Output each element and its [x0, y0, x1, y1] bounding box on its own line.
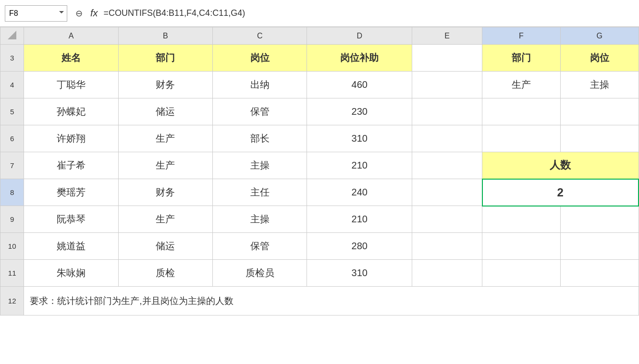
cell-c10[interactable]: 保管	[213, 233, 307, 260]
cell-a11[interactable]: 朱咏娴	[24, 260, 118, 287]
cell-d7[interactable]: 210	[307, 152, 412, 179]
svg-marker-0	[8, 31, 16, 39]
table-row: 11 朱咏娴 质检 质检员 310	[0, 260, 639, 287]
cell-e11[interactable]	[412, 260, 482, 287]
cell-a4[interactable]: 丁聪华	[24, 72, 118, 98]
row-num-9: 9	[0, 206, 24, 233]
spreadsheet: A B C D E F G 3 姓名 部门 岗位 岗位补助 部门 岗位	[0, 27, 639, 315]
cell-e7[interactable]	[412, 152, 482, 179]
row-num-12: 12	[0, 287, 24, 315]
table-row: 12 要求：统计统计部门为生产,并且岗位为主操的人数	[0, 287, 639, 315]
table-row: 5 孙蝶妃 储运 保管 230	[0, 98, 639, 125]
cell-d8[interactable]: 240	[307, 179, 412, 206]
cell-f10[interactable]	[482, 233, 561, 260]
row-num-6: 6	[0, 125, 24, 152]
table-row: 4 丁聪华 财务 出纳 460 生产 主操	[0, 72, 639, 98]
row-num-5: 5	[0, 98, 24, 125]
cell-requirement: 要求：统计统计部门为生产,并且岗位为主操的人数	[24, 287, 639, 315]
cell-c9[interactable]: 主操	[213, 206, 307, 233]
cell-e3[interactable]	[412, 45, 482, 72]
cell-g4[interactable]: 主操	[560, 72, 639, 98]
cell-e4[interactable]	[412, 72, 482, 98]
col-header-g[interactable]: G	[560, 27, 639, 45]
cell-b10[interactable]: 储运	[118, 233, 212, 260]
row-num-11: 11	[0, 260, 24, 287]
cell-g5[interactable]	[560, 98, 639, 125]
cell-reference-box[interactable]: F8	[5, 5, 67, 22]
cell-f5[interactable]	[482, 98, 561, 125]
cell-g9[interactable]	[560, 206, 639, 233]
table-row: 6 许娇翔 生产 部长 310	[0, 125, 639, 152]
cell-a6[interactable]: 许娇翔	[24, 125, 118, 152]
cell-a10[interactable]: 姚道益	[24, 233, 118, 260]
cell-c6[interactable]: 部长	[213, 125, 307, 152]
cell-f6[interactable]	[482, 125, 561, 152]
cell-e10[interactable]	[412, 233, 482, 260]
cell-c8[interactable]: 主任	[213, 179, 307, 206]
cell-c7[interactable]: 主操	[213, 152, 307, 179]
cell-d11[interactable]: 310	[307, 260, 412, 287]
col-header-c[interactable]: C	[213, 27, 307, 45]
cell-a7[interactable]: 崔子希	[24, 152, 118, 179]
cell-g6[interactable]	[560, 125, 639, 152]
col-header-f[interactable]: F	[482, 27, 561, 45]
formula-bar: F8 ⊖ fx =COUNTIFS(B4:B11,F4,C4:C11,G4)	[0, 0, 639, 27]
cell-a8[interactable]: 樊瑶芳	[24, 179, 118, 206]
magnify-icon: ⊖	[75, 8, 83, 19]
cell-e6[interactable]	[412, 125, 482, 152]
cell-f8-active[interactable]: 2	[482, 179, 639, 206]
col-header-e[interactable]: E	[412, 27, 482, 45]
cell-b11[interactable]: 质检	[118, 260, 212, 287]
cell-b9[interactable]: 生产	[118, 206, 212, 233]
cell-d10[interactable]: 280	[307, 233, 412, 260]
cell-d4[interactable]: 460	[307, 72, 412, 98]
cell-ref-value: F8	[9, 9, 18, 18]
table-row: 7 崔子希 生产 主操 210 人数	[0, 152, 639, 179]
cell-d5[interactable]: 230	[307, 98, 412, 125]
row-num-10: 10	[0, 233, 24, 260]
cell-b6[interactable]: 生产	[118, 125, 212, 152]
row-num-4: 4	[0, 72, 24, 98]
cell-e5[interactable]	[412, 98, 482, 125]
cell-c4[interactable]: 出纳	[213, 72, 307, 98]
cell-c11[interactable]: 质检员	[213, 260, 307, 287]
cell-b3[interactable]: 部门	[118, 45, 212, 72]
table-row: 10 姚道益 储运 保管 280	[0, 233, 639, 260]
corner-cell	[0, 27, 24, 45]
fx-label: fx	[90, 8, 98, 19]
row-num-7: 7	[0, 152, 24, 179]
col-header-a[interactable]: A	[24, 27, 118, 45]
cell-c3[interactable]: 岗位	[213, 45, 307, 72]
cell-c5[interactable]: 保管	[213, 98, 307, 125]
row-num-8: 8	[0, 179, 24, 206]
cell-d3[interactable]: 岗位补助	[307, 45, 412, 72]
formula-input[interactable]: =COUNTIFS(B4:B11,F4,C4:C11,G4)	[104, 8, 634, 18]
cell-g3[interactable]: 岗位	[560, 45, 639, 72]
cell-f4[interactable]: 生产	[482, 72, 561, 98]
table-row: 9 阮恭琴 生产 主操 210	[0, 206, 639, 233]
cell-b5[interactable]: 储运	[118, 98, 212, 125]
magnify-button[interactable]: ⊖	[71, 6, 86, 21]
cell-d9[interactable]: 210	[307, 206, 412, 233]
col-header-b[interactable]: B	[118, 27, 212, 45]
cell-a3[interactable]: 姓名	[24, 45, 118, 72]
cell-f3[interactable]: 部门	[482, 45, 561, 72]
cell-e8[interactable]	[412, 179, 482, 206]
cell-f9[interactable]	[482, 206, 561, 233]
cell-e9[interactable]	[412, 206, 482, 233]
cell-g11[interactable]	[560, 260, 639, 287]
col-header-d[interactable]: D	[307, 27, 412, 45]
cell-a9[interactable]: 阮恭琴	[24, 206, 118, 233]
cell-a5[interactable]: 孙蝶妃	[24, 98, 118, 125]
table-row: 3 姓名 部门 岗位 岗位补助 部门 岗位	[0, 45, 639, 72]
cell-f11[interactable]	[482, 260, 561, 287]
table-row: 8 樊瑶芳 财务 主任 240 2	[0, 179, 639, 206]
cell-d6[interactable]: 310	[307, 125, 412, 152]
cell-g10[interactable]	[560, 233, 639, 260]
row-num-3: 3	[0, 45, 24, 72]
cell-f7-merged[interactable]: 人数	[482, 152, 639, 179]
cell-b4[interactable]: 财务	[118, 72, 212, 98]
cell-b8[interactable]: 财务	[118, 179, 212, 206]
cell-b7[interactable]: 生产	[118, 152, 212, 179]
